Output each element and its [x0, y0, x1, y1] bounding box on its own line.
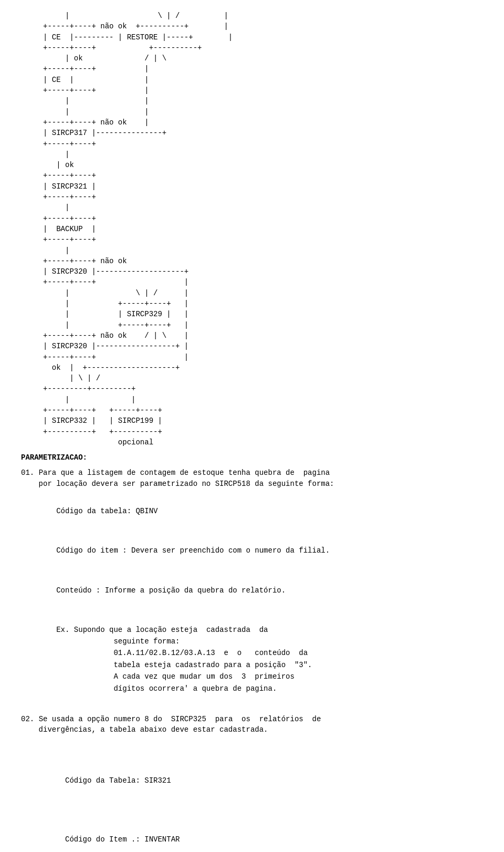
- item-01: 01. Para que a listagem de contagem de e…: [21, 467, 483, 706]
- example-label: Ex.: [56, 626, 69, 634]
- codigo-tabela-value: QBINV: [135, 507, 158, 515]
- parametrization-section: PARAMETRIZACAO: 01. Para que a listagem …: [21, 453, 483, 852]
- item-02-fields: Código da Tabela: SIR321 Código do Item …: [21, 740, 483, 852]
- codigo-tabela2-value: SIR321: [144, 776, 171, 785]
- codigo-tabela-label: Código da tabela:: [56, 507, 131, 515]
- item-02-number: 02.: [21, 715, 34, 723]
- conteudo-value: : Informe a posição da quebra do relatór…: [96, 586, 286, 595]
- codigo-item-value: Devera ser preenchido com o numero da fi…: [131, 546, 330, 555]
- item-01-codigo-item: Código do item : Devera ser preenchido c…: [21, 533, 483, 568]
- item-01-number: 01.: [21, 469, 34, 477]
- codigo-tabela2-label: Código da Tabela:: [65, 776, 140, 785]
- item-02-codigo-item: Código do Item .: INVENTAR: [21, 822, 483, 852]
- codigo-item2-value: INVENTAR: [144, 835, 180, 844]
- item-01-conteudo: Conteúdo : Informe a posição da quebra d…: [21, 573, 483, 608]
- main-content: | \ | / | +-----+----+ não ok +---------…: [21, 11, 483, 852]
- item-02-text: 02. Se usada a opção numero 8 do SIRCP32…: [21, 714, 483, 735]
- item-01-example: Ex. Supondo que a locação esteja cadastr…: [21, 612, 483, 706]
- item-01-fields: Código da tabela: QBINV: [21, 494, 483, 529]
- parametrization-title: PARAMETRIZACAO:: [21, 453, 483, 463]
- diagram-block: | \ | / | +-----+----+ não ok +---------…: [21, 11, 483, 448]
- conteudo-label: Conteúdo: [56, 586, 91, 595]
- codigo-item2-label: Código do Item .:: [65, 835, 140, 844]
- item-01-text: 01. Para que a listagem de contagem de e…: [21, 467, 483, 490]
- codigo-item-label: Código do item :: [56, 546, 127, 555]
- item-02: 02. Se usada a opção numero 8 do SIRCP32…: [21, 714, 483, 852]
- example-text: Supondo que a locação esteja cadastrada …: [21, 626, 312, 693]
- item-02-codigo-tabela: Código da Tabela: SIR321: [21, 763, 483, 798]
